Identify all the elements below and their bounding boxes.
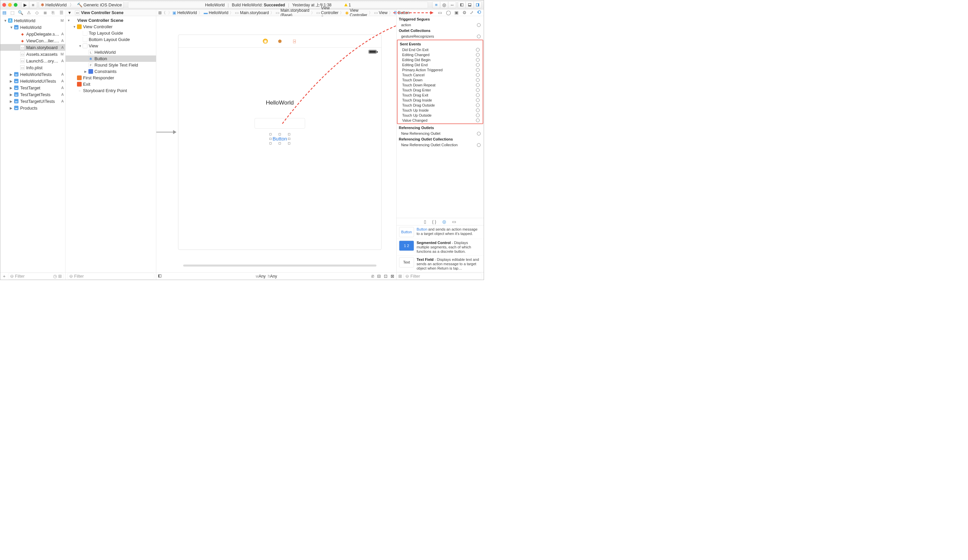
object-library[interactable]: ButtonButton and sends an action message… [396, 225, 484, 272]
connection-well[interactable] [477, 23, 481, 27]
resize-handle[interactable] [288, 142, 290, 144]
breadcrumb-item[interactable]: ▭View [373, 10, 389, 15]
editor-standard-button[interactable]: ≡ [432, 2, 440, 8]
file-tree[interactable]: ▼AHelloWorldM▼▬HelloWorld◆AppDelegate.sw… [0, 16, 66, 272]
sent-event-row[interactable]: Primary Action Triggered [398, 68, 483, 73]
sent-event-row[interactable]: Touch Down [398, 78, 483, 83]
sent-event-row[interactable]: Editing Changed [398, 53, 483, 58]
canvas[interactable]: ◉ ⬢ ⍈ HelloWorld Button [156, 16, 396, 272]
outline-item[interactable]: →Storyboard Entry Point [66, 88, 156, 94]
close-icon[interactable] [2, 3, 6, 7]
outline-item[interactable]: ▶Constraints [66, 68, 156, 75]
outline-item[interactable]: ▼View Controller Scene [66, 17, 156, 23]
connections-inspector-icon[interactable] [477, 10, 481, 15]
horizontal-scrollbar[interactable] [183, 265, 376, 267]
sent-event-row[interactable]: Touch Down Repeat [398, 83, 483, 88]
report-navigator-icon[interactable]: ☰ [59, 10, 63, 15]
resize-handle[interactable] [278, 142, 281, 144]
connection-row[interactable]: action [396, 23, 484, 28]
outline-item[interactable]: Exit [66, 81, 156, 88]
related-items-icon[interactable]: ⊞ [158, 10, 162, 15]
connection-well[interactable] [476, 58, 480, 62]
object-library-icon[interactable]: ◎ [443, 219, 446, 225]
align-icon[interactable]: ⎚ [371, 273, 374, 279]
filter-input[interactable]: ⊖ Filter ◷ ⊞ [8, 273, 64, 279]
sent-event-row[interactable]: Editing Did End [398, 63, 483, 68]
sent-event-row[interactable]: Did End On Exit [398, 47, 483, 53]
file-tree-item[interactable]: ▶▬TestTargetUITestsA [0, 98, 66, 104]
test-navigator-icon[interactable]: ◇ [35, 10, 39, 15]
connection-well[interactable] [476, 53, 480, 57]
sent-event-row[interactable]: Touch Drag Enter [398, 88, 483, 93]
connection-well[interactable] [476, 88, 480, 92]
file-tree-item[interactable]: ▶▬Products [0, 104, 66, 111]
sent-event-row[interactable]: Touch Up Outside [398, 113, 483, 118]
identity-inspector-icon[interactable]: ▣ [454, 10, 459, 15]
connection-well[interactable] [477, 35, 481, 38]
library-filter-input[interactable]: ⊖ Filter [404, 273, 482, 279]
add-button[interactable]: ＋ [2, 273, 7, 279]
connection-well[interactable] [476, 73, 480, 77]
connection-well[interactable] [476, 63, 480, 67]
toggle-debug-button[interactable] [466, 2, 474, 8]
issue-navigator-icon[interactable]: ⚠ [27, 10, 31, 15]
outline-item[interactable]: Bottom Layout Guide [66, 36, 156, 43]
scm-icon[interactable]: ⊞ [58, 273, 62, 279]
file-tree-item[interactable]: ▶▬TestTargetTestsA [0, 91, 66, 98]
minimize-icon[interactable] [8, 3, 12, 7]
connection-well[interactable] [476, 104, 480, 107]
toggle-utilities-button[interactable] [474, 2, 482, 8]
size-inspector-icon[interactable]: ⤢ [470, 10, 474, 15]
jump-bar[interactable]: ⊞ 〈 〉 ▣HelloWorld〉▬HelloWorld〉▭Main.stor… [156, 10, 396, 16]
toggle-outline-icon[interactable] [158, 273, 161, 279]
file-inspector-icon[interactable]: ▭ [438, 10, 443, 15]
find-navigator-icon[interactable]: 🔍 [18, 10, 23, 15]
file-tree-item[interactable]: ▭Assets.xcassetsM [0, 51, 66, 58]
run-button[interactable]: ▶ [21, 2, 29, 8]
attributes-inspector-icon[interactable]: ⚙ [462, 10, 466, 15]
sent-event-row[interactable]: Touch Drag Exit [398, 93, 483, 98]
connection-well[interactable] [476, 68, 480, 72]
debug-navigator-icon[interactable]: ≣ [43, 10, 47, 15]
library-item[interactable]: ButtonButton and sends an action message… [396, 225, 484, 239]
breadcrumb-item[interactable]: ▬HelloWorld [202, 10, 230, 15]
file-tree-item[interactable]: ▶▬TestTargetA [0, 84, 66, 91]
scheme-selector[interactable]: ✱HelloWorld 〉 🔨Generic iOS Device [39, 2, 124, 8]
connection-row[interactable]: New Referencing Outlet [396, 131, 484, 136]
file-tree-item[interactable]: ▭Info.plist [0, 64, 66, 71]
pin-icon[interactable]: ⊟ [377, 273, 381, 279]
breadcrumb-item[interactable]: ▣HelloWorld [171, 10, 198, 15]
file-tree-item[interactable]: ▶▬HelloWorldTestsA [0, 71, 66, 78]
connection-well[interactable] [476, 93, 480, 97]
file-tree-item[interactable]: ▼AHelloWorldM [0, 17, 66, 24]
exit-icon[interactable]: ⍈ [292, 39, 297, 44]
file-tree-item[interactable]: ◆ViewCon…ller.swiftA [0, 37, 66, 44]
file-tree-item[interactable]: ◆AppDelegate.swiftA [0, 31, 66, 37]
sent-event-row[interactable]: Touch Drag Inside [398, 98, 483, 103]
outline-tree[interactable]: ▼View Controller Scene▼View ControllerTo… [66, 16, 156, 272]
clock-icon[interactable]: ◷ [53, 273, 57, 279]
view-controller-frame[interactable]: ◉ ⬢ ⍈ HelloWorld Button [178, 35, 381, 250]
text-field[interactable] [255, 118, 305, 129]
library-item[interactable]: TextText Field - Displays editable text … [396, 256, 484, 273]
first-responder-icon[interactable]: ⬢ [277, 39, 282, 44]
connection-row[interactable]: New Referencing Outlet Collection [396, 142, 484, 147]
outline-item[interactable]: First Responder [66, 75, 156, 81]
connection-well[interactable] [477, 143, 481, 147]
label-helloworld[interactable]: HelloWorld [266, 99, 294, 106]
breakpoint-navigator-icon[interactable]: ⎘ [51, 10, 55, 15]
connection-well[interactable] [476, 48, 480, 52]
file-tree-item[interactable]: ▭Main.storyboardA [0, 44, 66, 51]
sent-event-row[interactable]: Touch Cancel [398, 73, 483, 78]
toggle-navigator-button[interactable] [458, 2, 466, 8]
back-button[interactable]: 〈 [162, 10, 166, 15]
connection-row[interactable]: gestureRecognizers [396, 34, 484, 39]
quick-help-icon[interactable]: ◯ [446, 10, 451, 15]
file-template-icon[interactable]: ▯ [424, 219, 426, 225]
file-navigator-icon[interactable]: ▤ [2, 10, 7, 15]
resizing-icon[interactable]: ⊠ [391, 273, 394, 279]
connection-well[interactable] [476, 98, 480, 102]
file-tree-item[interactable]: ▼▬HelloWorld [0, 24, 66, 31]
view-controller-icon[interactable]: ◉ [263, 39, 268, 44]
sent-event-row[interactable]: Touch Drag Outside [398, 103, 483, 108]
